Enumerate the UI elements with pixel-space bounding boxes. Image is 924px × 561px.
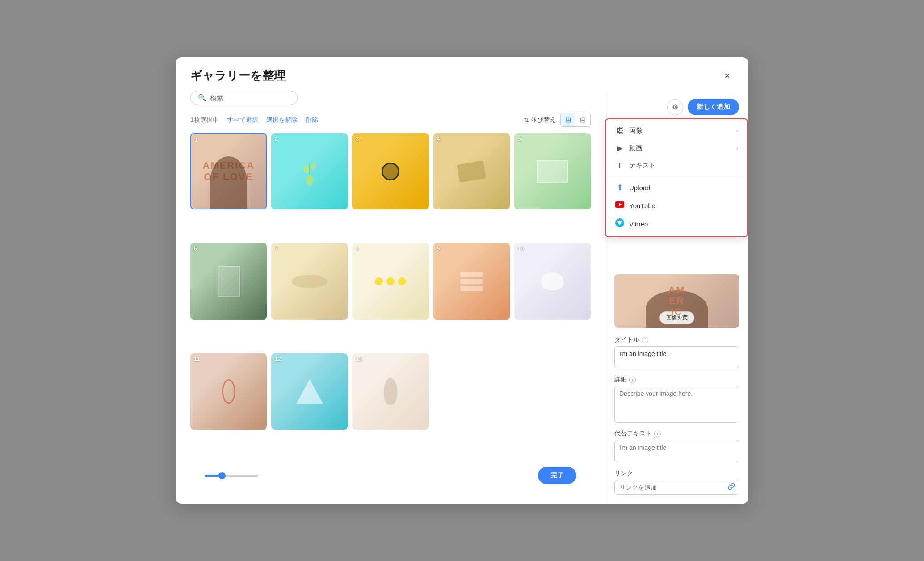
alt-label: 代替テキスト i — [614, 430, 739, 438]
link-icon-button[interactable] — [727, 482, 735, 492]
sort-icon: ⇅ — [524, 117, 529, 124]
modal-title: ギャラリーを整理 — [190, 68, 286, 84]
item-number: 9 — [437, 246, 440, 252]
item-number: 3 — [356, 136, 359, 142]
text-menu-icon: T — [615, 162, 625, 170]
delete-button[interactable]: 削除 — [306, 116, 318, 124]
zoom-slider[interactable] — [205, 475, 258, 477]
text-menu-label: テキスト — [629, 161, 738, 170]
item-number: 2 — [275, 136, 278, 142]
dropdown-item-image[interactable]: 🖼 画像 › — [606, 122, 747, 139]
view-toggle: ⊞ ⊟ — [560, 113, 591, 127]
selected-count-label: 1枚選択中 — [190, 116, 219, 124]
detail-label: 詳細 i — [614, 376, 739, 384]
toolbar-right: ⇅ 並び替え ⊞ ⊟ — [524, 113, 591, 127]
alt-field-group: 代替テキスト i — [614, 430, 739, 464]
gallery-item[interactable]: 1 AMERICAOF LOVE — [190, 133, 267, 209]
dropdown-item-youtube[interactable]: YouTube — [606, 197, 747, 214]
item-number: 4 — [437, 136, 440, 142]
detail-info-icon[interactable]: i — [629, 377, 636, 383]
dropdown-divider — [606, 176, 747, 176]
gallery-toolbar: 1枚選択中 すべて選択 選択を解除 削除 ⇅ 並び替え ⊞ ⊟ — [190, 113, 591, 127]
dropdown-item-text[interactable]: T テキスト — [606, 157, 747, 174]
detail-field-group: 詳細 i — [614, 376, 739, 424]
vimeo-menu-label: Vimeo — [629, 220, 738, 228]
image-menu-label: 画像 — [629, 126, 732, 135]
bottom-bar: 完了 — [190, 459, 591, 493]
item-number: 1 — [195, 137, 198, 143]
detail-textarea[interactable] — [614, 386, 739, 423]
link-input[interactable] — [614, 480, 739, 495]
video-menu-arrow: › — [736, 145, 738, 151]
right-panel: ⚙ 新しく追加 🖼 画像 › ▶ 動画 › — [605, 91, 748, 504]
gallery-modal: ギャラリーを整理 × 🔍 1枚選択中 すべて選択 選択を解除 削除 — [176, 57, 748, 504]
vimeo-menu-icon — [615, 218, 625, 229]
gallery-item[interactable]: 5 — [514, 133, 591, 209]
gallery-item[interactable]: 3 — [352, 133, 428, 209]
link-field-wrapper — [614, 480, 739, 495]
gallery-grid: 1 AMERICAOF LOVE 2 — [190, 133, 591, 459]
title-info-icon[interactable]: i — [642, 337, 648, 343]
youtube-menu-label: YouTube — [629, 202, 738, 209]
preview-image: AMERIC 画像を変 — [614, 274, 739, 328]
dropdown-item-upload[interactable]: ⬆ Upload — [606, 178, 747, 197]
title-textarea[interactable]: I'm an image title — [614, 346, 739, 368]
link-label: リンク — [614, 469, 739, 477]
modal-header: ギャラリーを整理 × — [176, 57, 748, 91]
item-number: 6 — [194, 246, 197, 252]
upload-menu-icon: ⬆ — [615, 183, 625, 193]
alt-textarea[interactable] — [614, 440, 739, 462]
item-number: 13 — [356, 356, 361, 362]
image-menu-icon: 🖼 — [615, 127, 625, 135]
title-label: タイトル i — [614, 336, 739, 344]
gallery-item[interactable]: 8 — [352, 243, 428, 319]
alt-info-icon[interactable]: i — [654, 431, 661, 437]
gallery-item[interactable]: 12 — [271, 353, 348, 430]
item-number: 5 — [518, 136, 521, 142]
svg-point-2 — [302, 164, 310, 174]
modal-body: 🔍 1枚選択中 すべて選択 選択を解除 削除 ⇅ 並び替え ⊞ — [176, 91, 748, 504]
item-number: 7 — [275, 246, 278, 252]
title-field-group: タイトル i I'm an image title — [614, 336, 739, 370]
close-button[interactable]: × — [721, 68, 734, 84]
toolbar-left: 1枚選択中 すべて選択 選択を解除 削除 — [190, 116, 318, 124]
dropdown-item-video[interactable]: ▶ 動画 › — [606, 139, 747, 157]
item-number: 11 — [194, 356, 200, 362]
video-menu-label: 動画 — [629, 144, 732, 152]
link-field-group: リンク — [614, 469, 739, 495]
left-panel: 🔍 1枚選択中 すべて選択 選択を解除 削除 ⇅ 並び替え ⊞ — [176, 91, 605, 504]
sort-label: ⇅ 並び替え — [524, 116, 556, 124]
select-all-button[interactable]: すべて選択 — [227, 116, 258, 124]
view-grid-button[interactable]: ⊞ — [561, 113, 575, 126]
search-icon: 🔍 — [198, 94, 206, 102]
gallery-item[interactable]: 13 — [352, 353, 428, 430]
add-new-button[interactable]: 新しく追加 — [688, 99, 739, 115]
gallery-item[interactable]: 10 — [514, 243, 591, 319]
youtube-menu-icon — [615, 201, 625, 209]
item-number: 12 — [275, 356, 281, 362]
deselect-button[interactable]: 選択を解除 — [266, 116, 298, 124]
gear-button[interactable]: ⚙ — [667, 99, 683, 115]
gallery-item[interactable]: 4 — [433, 133, 510, 209]
video-menu-icon: ▶ — [615, 144, 625, 152]
search-input[interactable] — [210, 94, 290, 102]
gallery-item[interactable]: 7 — [271, 243, 348, 319]
gallery-item[interactable]: 9 — [433, 243, 510, 319]
upload-menu-label: Upload — [629, 184, 738, 192]
gallery-item[interactable]: 11 — [190, 353, 267, 430]
svg-point-0 — [306, 175, 313, 186]
gallery-item[interactable]: 6 — [190, 243, 267, 319]
item-number: 8 — [356, 246, 359, 252]
svg-point-3 — [310, 162, 316, 170]
search-bar: 🔍 — [190, 91, 298, 105]
add-dropdown-menu: 🖼 画像 › ▶ 動画 › T テキスト ⬆ — [605, 118, 748, 237]
image-menu-arrow: › — [736, 127, 738, 134]
done-button[interactable]: 完了 — [538, 467, 576, 484]
view-list-button[interactable]: ⊟ — [575, 113, 590, 126]
gallery-item[interactable]: 2 — [271, 133, 348, 209]
right-top-bar: ⚙ 新しく追加 — [614, 99, 739, 115]
item-number: 10 — [518, 246, 524, 252]
gear-icon: ⚙ — [672, 103, 678, 111]
dropdown-item-vimeo[interactable]: Vimeo — [606, 214, 747, 234]
sort-text: 並び替え — [531, 116, 556, 124]
